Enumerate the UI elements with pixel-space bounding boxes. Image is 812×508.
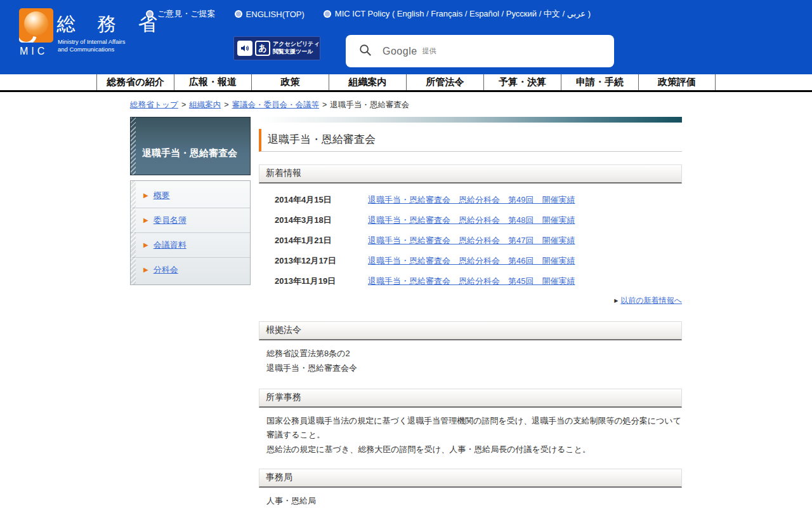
news-date: 2014年3月18日	[275, 214, 368, 226]
sidebar-item-members[interactable]: ▶ 委員名簿	[131, 208, 250, 233]
section-heading-news: 新着情報	[259, 164, 682, 184]
news-date: 2013年12月17日	[275, 255, 368, 267]
news-row: 2013年12月17日 退職手当・恩給審査会 恩給分科会 第46回 開催実績	[275, 255, 682, 267]
ministry-name-en: Ministry of Internal Affairs and Communi…	[58, 38, 125, 54]
office-text: 人事・恩給局	[266, 494, 682, 508]
news-row: 2014年4月15日 退職手当・恩給審査会 恩給分科会 第49回 開催実績	[275, 194, 682, 206]
older-news-link[interactable]: 以前の新着情報へ	[620, 296, 682, 305]
older-news-linkrow: ▶以前の新着情報へ	[259, 295, 682, 306]
nav-item-evaluation[interactable]: 政策評価	[638, 74, 716, 90]
site-header: MIC 総 務 省 Ministry of Internal Affairs a…	[0, 0, 812, 74]
nav-item-application[interactable]: 申請・手続	[561, 74, 638, 90]
circle-icon	[325, 11, 330, 17]
nav-item-press[interactable]: 広報・報道	[174, 74, 251, 90]
search-placeholder: Google	[383, 46, 417, 57]
global-nav: 総務省の紹介 広報・報道 政策 組織案内 所管法令 予算・決算 申請・手続 政策…	[0, 74, 812, 92]
news-row: 2014年3月18日 退職手当・恩給審査会 恩給分科会 第48回 開催実績	[275, 214, 682, 226]
news-row: 2013年11月19日 退職手当・恩給審査会 恩給分科会 第45回 開催実績	[275, 275, 682, 287]
triangle-icon: ▶	[143, 267, 148, 273]
sidebar-item-materials[interactable]: ▶ 会議資料	[131, 233, 250, 258]
breadcrumb-councils[interactable]: 審議会・委員会・会議等	[232, 100, 320, 109]
search-input[interactable]: Google 提供	[346, 35, 614, 67]
sidebar-menu: ▶ 概要 ▶ 委員名簿 ▶ 会議資料 ▶ 分科会	[130, 180, 251, 285]
mic-logo-icon	[19, 8, 53, 43]
news-link[interactable]: 退職手当・恩給審査会 恩給分科会 第46回 開催実績	[368, 255, 575, 267]
news-link[interactable]: 退職手当・恩給審査会 恩給分科会 第49回 開催実績	[368, 194, 575, 206]
triangle-icon: ▶	[143, 192, 148, 199]
section-heading-office: 事務局	[259, 469, 682, 488]
breadcrumb: 総務省トップ>組織案内>審議会・委員会・会議等>退職手当・恩給審査会	[130, 100, 812, 110]
breadcrumb-org[interactable]: 組織案内	[189, 100, 221, 109]
sidebar-title: 退職手当・恩給審査会	[130, 117, 251, 175]
duties-text: 国家公務員退職手当法の規定に基づく退職手当管理機関の諮問を受け、退職手当の支給制…	[266, 414, 682, 457]
sidebar-item-subcommittee[interactable]: ▶ 分科会	[131, 258, 250, 282]
accessibility-label: アクセシビリティ 閲覧支援ツール	[273, 41, 320, 55]
decorative-gradient-band	[259, 117, 682, 123]
news-row: 2014年1月21日 退職手当・恩給審査会 恩給分科会 第47回 開催実績	[275, 234, 682, 246]
news-date: 2014年4月15日	[275, 194, 368, 206]
breadcrumb-current: 退職手当・恩給審査会	[330, 100, 409, 109]
nav-item-policy[interactable]: 政策	[251, 74, 329, 90]
circle-icon	[236, 11, 241, 17]
circle-icon	[147, 11, 152, 17]
triangle-icon: ▶	[614, 298, 618, 304]
search-placeholder-provided: 提供	[422, 46, 436, 56]
breadcrumb-home[interactable]: 総務省トップ	[130, 100, 178, 109]
mic-logo[interactable]: MIC 総 務 省 Ministry of Internal Affairs a…	[16, 5, 162, 64]
triangle-icon: ▶	[143, 242, 148, 248]
law-text: 総務省設置法第8条の2 退職手当・恩給審査会令	[266, 347, 682, 376]
news-date: 2013年11月19日	[275, 275, 368, 287]
triangle-icon: ▶	[143, 217, 148, 224]
speaker-icon	[237, 41, 252, 56]
sidebar: 退職手当・恩給審査会 ▶ 概要 ▶ 委員名簿 ▶ 会議資料 ▶ 分科会	[130, 117, 251, 508]
feedback-link[interactable]: ご意見・ご提案	[147, 8, 216, 20]
search-icon	[358, 43, 372, 60]
news-list: 2014年4月15日 退職手当・恩給審査会 恩給分科会 第49回 開催実績 20…	[275, 194, 682, 287]
news-link[interactable]: 退職手当・恩給審査会 恩給分科会 第47回 開催実績	[368, 234, 575, 246]
section-heading-law: 根拠法令	[259, 321, 682, 340]
news-link[interactable]: 退職手当・恩給審査会 恩給分科会 第48回 開催実績	[368, 214, 575, 226]
nav-item-budget[interactable]: 予算・決算	[483, 74, 561, 90]
news-link[interactable]: 退職手当・恩給審査会 恩給分科会 第45回 開催実績	[368, 275, 575, 287]
header-utility-links: ご意見・ご提案 ENGLISH(TOP) MIC ICT Policy ( En…	[147, 8, 591, 20]
nav-item-laws[interactable]: 所管法令	[406, 74, 483, 90]
accessibility-tool-button[interactable]: あ アクセシビリティ 閲覧支援ツール	[233, 36, 320, 60]
news-date: 2014年1月21日	[275, 234, 368, 246]
section-heading-duties: 所掌事務	[259, 389, 682, 408]
nav-item-about[interactable]: 総務省の紹介	[96, 74, 174, 90]
english-link[interactable]: ENGLISH(TOP)	[236, 10, 304, 19]
sidebar-item-overview[interactable]: ▶ 概要	[131, 184, 250, 208]
page-title: 退職手当・恩給審査会	[259, 129, 682, 152]
main-content: 退職手当・恩給審査会 新着情報 2014年4月15日 退職手当・恩給審査会 恩給…	[259, 117, 682, 508]
kana-icon: あ	[255, 41, 270, 56]
nav-item-org[interactable]: 組織案内	[329, 74, 406, 90]
ict-policy-link[interactable]: MIC ICT Policy ( English / Français / Es…	[325, 8, 591, 20]
content-area: 退職手当・恩給審査会 ▶ 概要 ▶ 委員名簿 ▶ 会議資料 ▶ 分科会 退職手当…	[0, 117, 812, 508]
mic-logo-text: MIC	[20, 46, 48, 57]
